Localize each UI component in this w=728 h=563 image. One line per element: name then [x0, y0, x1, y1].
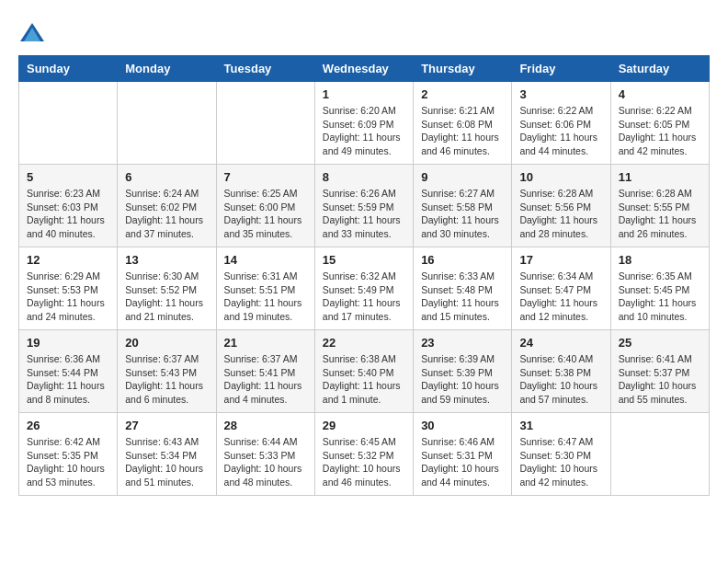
weekday-header-thursday: Thursday — [414, 56, 512, 82]
week-row-1: 1Sunrise: 6:20 AM Sunset: 6:09 PM Daylig… — [19, 82, 710, 165]
day-number: 5 — [27, 170, 109, 184]
week-row-3: 12Sunrise: 6:29 AM Sunset: 5:53 PM Dayli… — [19, 247, 710, 330]
day-info: Sunrise: 6:45 AM Sunset: 5:32 PM Dayligh… — [323, 435, 405, 489]
day-number: 28 — [224, 419, 307, 432]
day-cell: 24Sunrise: 6:40 AM Sunset: 5:38 PM Dayli… — [512, 330, 610, 413]
day-cell: 18Sunrise: 6:35 AM Sunset: 5:45 PM Dayli… — [610, 247, 709, 330]
day-info: Sunrise: 6:43 AM Sunset: 5:34 PM Dayligh… — [125, 435, 208, 489]
day-number: 31 — [519, 419, 602, 432]
weekday-header-friday: Friday — [512, 56, 610, 82]
day-cell: 8Sunrise: 6:26 AM Sunset: 5:59 PM Daylig… — [314, 165, 413, 247]
day-info: Sunrise: 6:38 AM Sunset: 5:40 PM Dayligh… — [323, 352, 405, 407]
day-cell — [610, 413, 709, 496]
day-cell: 19Sunrise: 6:36 AM Sunset: 5:44 PM Dayli… — [19, 330, 118, 413]
day-info: Sunrise: 6:22 AM Sunset: 6:05 PM Dayligh… — [619, 104, 701, 158]
day-cell — [216, 82, 314, 165]
day-info: Sunrise: 6:22 AM Sunset: 6:06 PM Dayligh… — [519, 104, 602, 158]
day-number: 20 — [125, 336, 208, 350]
day-cell: 16Sunrise: 6:33 AM Sunset: 5:48 PM Dayli… — [414, 247, 512, 330]
day-number: 24 — [519, 336, 602, 350]
day-info: Sunrise: 6:37 AM Sunset: 5:41 PM Dayligh… — [224, 352, 307, 407]
day-info: Sunrise: 6:34 AM Sunset: 5:47 PM Dayligh… — [519, 270, 602, 324]
weekday-header-monday: Monday — [118, 56, 216, 82]
day-number: 30 — [421, 419, 504, 432]
day-number: 8 — [323, 170, 405, 184]
weekday-header-sunday: Sunday — [19, 56, 118, 82]
day-cell: 5Sunrise: 6:23 AM Sunset: 6:03 PM Daylig… — [19, 165, 118, 247]
day-info: Sunrise: 6:35 AM Sunset: 5:45 PM Dayligh… — [619, 270, 701, 324]
day-number: 12 — [27, 253, 109, 267]
day-cell: 11Sunrise: 6:28 AM Sunset: 5:55 PM Dayli… — [610, 165, 709, 247]
day-cell: 4Sunrise: 6:22 AM Sunset: 6:05 PM Daylig… — [610, 82, 709, 165]
day-info: Sunrise: 6:24 AM Sunset: 6:02 PM Dayligh… — [125, 187, 208, 241]
day-cell: 22Sunrise: 6:38 AM Sunset: 5:40 PM Dayli… — [314, 330, 413, 413]
day-number: 14 — [224, 253, 307, 267]
day-info: Sunrise: 6:36 AM Sunset: 5:44 PM Dayligh… — [27, 352, 109, 407]
day-info: Sunrise: 6:25 AM Sunset: 6:00 PM Dayligh… — [224, 187, 307, 241]
day-cell: 17Sunrise: 6:34 AM Sunset: 5:47 PM Dayli… — [512, 247, 610, 330]
day-info: Sunrise: 6:44 AM Sunset: 5:33 PM Dayligh… — [224, 435, 307, 489]
day-info: Sunrise: 6:27 AM Sunset: 5:58 PM Dayligh… — [421, 187, 504, 241]
day-cell: 15Sunrise: 6:32 AM Sunset: 5:49 PM Dayli… — [314, 247, 413, 330]
day-cell: 26Sunrise: 6:42 AM Sunset: 5:35 PM Dayli… — [19, 413, 118, 496]
calendar: SundayMondayTuesdayWednesdayThursdayFrid… — [18, 55, 710, 496]
day-info: Sunrise: 6:28 AM Sunset: 5:55 PM Dayligh… — [619, 187, 701, 241]
day-info: Sunrise: 6:28 AM Sunset: 5:56 PM Dayligh… — [519, 187, 602, 241]
day-number: 19 — [27, 336, 109, 350]
day-number: 6 — [125, 170, 208, 184]
day-cell — [118, 82, 216, 165]
week-row-4: 19Sunrise: 6:36 AM Sunset: 5:44 PM Dayli… — [19, 330, 710, 413]
day-number: 4 — [619, 87, 701, 101]
day-number: 27 — [125, 419, 208, 432]
day-number: 26 — [27, 419, 109, 432]
day-cell — [19, 82, 118, 165]
day-cell: 10Sunrise: 6:28 AM Sunset: 5:56 PM Dayli… — [512, 165, 610, 247]
day-number: 21 — [224, 336, 307, 350]
day-info: Sunrise: 6:31 AM Sunset: 5:51 PM Dayligh… — [224, 270, 307, 324]
day-cell: 7Sunrise: 6:25 AM Sunset: 6:00 PM Daylig… — [216, 165, 314, 247]
day-number: 9 — [421, 170, 504, 184]
day-cell: 14Sunrise: 6:31 AM Sunset: 5:51 PM Dayli… — [216, 247, 314, 330]
day-info: Sunrise: 6:21 AM Sunset: 6:08 PM Dayligh… — [421, 104, 504, 158]
day-number: 17 — [519, 253, 602, 267]
day-number: 11 — [619, 170, 701, 184]
day-cell: 31Sunrise: 6:47 AM Sunset: 5:30 PM Dayli… — [512, 413, 610, 496]
day-cell: 12Sunrise: 6:29 AM Sunset: 5:53 PM Dayli… — [19, 247, 118, 330]
day-info: Sunrise: 6:33 AM Sunset: 5:48 PM Dayligh… — [421, 270, 504, 324]
day-cell: 28Sunrise: 6:44 AM Sunset: 5:33 PM Dayli… — [216, 413, 314, 496]
day-info: Sunrise: 6:41 AM Sunset: 5:37 PM Dayligh… — [619, 352, 701, 407]
day-info: Sunrise: 6:20 AM Sunset: 6:09 PM Dayligh… — [323, 104, 405, 158]
weekday-header-tuesday: Tuesday — [216, 56, 314, 82]
day-info: Sunrise: 6:46 AM Sunset: 5:31 PM Dayligh… — [421, 435, 504, 489]
day-number: 29 — [323, 419, 405, 432]
day-number: 13 — [125, 253, 208, 267]
day-info: Sunrise: 6:40 AM Sunset: 5:38 PM Dayligh… — [519, 352, 602, 407]
day-number: 1 — [323, 87, 405, 101]
day-cell: 1Sunrise: 6:20 AM Sunset: 6:09 PM Daylig… — [314, 82, 413, 165]
day-number: 10 — [519, 170, 602, 184]
day-info: Sunrise: 6:30 AM Sunset: 5:52 PM Dayligh… — [125, 270, 208, 324]
weekday-header-wednesday: Wednesday — [314, 56, 413, 82]
day-cell: 27Sunrise: 6:43 AM Sunset: 5:34 PM Dayli… — [118, 413, 216, 496]
day-cell: 30Sunrise: 6:46 AM Sunset: 5:31 PM Dayli… — [414, 413, 512, 496]
day-number: 2 — [421, 87, 504, 101]
day-info: Sunrise: 6:29 AM Sunset: 5:53 PM Dayligh… — [27, 270, 109, 324]
day-number: 25 — [619, 336, 701, 350]
day-cell: 13Sunrise: 6:30 AM Sunset: 5:52 PM Dayli… — [118, 247, 216, 330]
day-number: 23 — [421, 336, 504, 350]
page-header — [18, 18, 710, 46]
day-number: 16 — [421, 253, 504, 267]
day-info: Sunrise: 6:32 AM Sunset: 5:49 PM Dayligh… — [323, 270, 405, 324]
day-number: 15 — [323, 253, 405, 267]
day-info: Sunrise: 6:47 AM Sunset: 5:30 PM Dayligh… — [519, 435, 602, 489]
day-info: Sunrise: 6:42 AM Sunset: 5:35 PM Dayligh… — [27, 435, 109, 489]
day-cell: 2Sunrise: 6:21 AM Sunset: 6:08 PM Daylig… — [414, 82, 512, 165]
day-cell: 6Sunrise: 6:24 AM Sunset: 6:02 PM Daylig… — [118, 165, 216, 247]
day-info: Sunrise: 6:37 AM Sunset: 5:43 PM Dayligh… — [125, 352, 208, 407]
week-row-2: 5Sunrise: 6:23 AM Sunset: 6:03 PM Daylig… — [19, 165, 710, 247]
day-cell: 3Sunrise: 6:22 AM Sunset: 6:06 PM Daylig… — [512, 82, 610, 165]
logo — [18, 18, 50, 46]
day-info: Sunrise: 6:23 AM Sunset: 6:03 PM Dayligh… — [27, 187, 109, 241]
day-number: 7 — [224, 170, 307, 184]
week-row-5: 26Sunrise: 6:42 AM Sunset: 5:35 PM Dayli… — [19, 413, 710, 496]
